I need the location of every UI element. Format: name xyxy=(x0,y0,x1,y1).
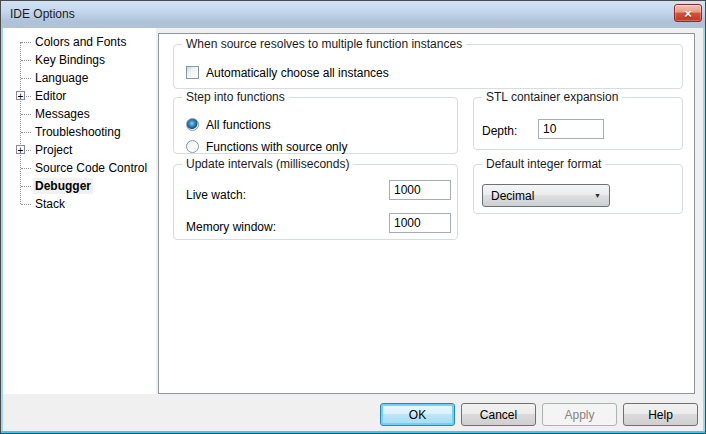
tree-item-project[interactable]: + Project xyxy=(3,141,156,159)
expand-icon[interactable]: + xyxy=(16,145,25,154)
ide-options-dialog: IDE Options × Colors and Fonts Key Bindi… xyxy=(0,0,706,434)
auto-choose-instances-checkbox[interactable] xyxy=(186,66,199,79)
all-functions-radio[interactable] xyxy=(186,118,199,131)
titlebar[interactable]: IDE Options × xyxy=(1,1,705,28)
group-title: When source resolves to multiple functio… xyxy=(182,37,466,52)
tree-item-troubleshooting[interactable]: Troubleshooting xyxy=(3,123,156,141)
debugger-settings-panel: When source resolves to multiple functio… xyxy=(158,33,695,394)
apply-button: Apply xyxy=(542,403,617,426)
help-button[interactable]: Help xyxy=(623,403,698,426)
frame-accent-right xyxy=(703,28,705,433)
dialog-button-row: OK Cancel Apply Help xyxy=(380,403,698,426)
tree-item-editor[interactable]: + Editor xyxy=(3,87,156,105)
group-title: Default integer format xyxy=(482,157,605,172)
combobox-selected-value: Decimal xyxy=(491,189,534,203)
live-watch-input[interactable] xyxy=(389,180,451,200)
tree-item-colors-and-fonts[interactable]: Colors and Fonts xyxy=(3,33,156,51)
close-button[interactable]: × xyxy=(674,4,702,22)
memory-window-label: Memory window: xyxy=(186,220,276,234)
group-title: Step into functions xyxy=(182,90,289,105)
all-functions-label[interactable]: All functions xyxy=(206,118,271,132)
frame-accent-bottom xyxy=(1,431,705,433)
group-multiple-instances: When source resolves to multiple functio… xyxy=(173,44,683,89)
ok-button[interactable]: OK xyxy=(380,403,455,426)
live-watch-label: Live watch: xyxy=(186,188,246,202)
tree-item-key-bindings[interactable]: Key Bindings xyxy=(3,51,156,69)
group-title: STL container expansion xyxy=(482,90,622,105)
depth-input[interactable] xyxy=(538,119,604,139)
functions-with-source-label[interactable]: Functions with source only xyxy=(206,140,347,154)
integer-format-combobox[interactable]: Decimal ▼ xyxy=(482,184,610,207)
tree-item-debugger[interactable]: Debugger xyxy=(3,177,156,195)
tree-item-source-code-control[interactable]: Source Code Control xyxy=(3,159,156,177)
memory-window-input[interactable] xyxy=(389,213,451,233)
group-default-integer-format: Default integer format Decimal ▼ xyxy=(473,164,683,214)
group-step-into-functions: Step into functions All functions Functi… xyxy=(173,97,458,154)
settings-tree: Colors and Fonts Key Bindings Language +… xyxy=(3,28,156,394)
window-title: IDE Options xyxy=(10,7,75,21)
tree-item-language[interactable]: Language xyxy=(3,69,156,87)
cancel-button[interactable]: Cancel xyxy=(461,403,536,426)
tree-item-messages[interactable]: Messages xyxy=(3,105,156,123)
auto-choose-instances-label[interactable]: Automatically choose all instances xyxy=(206,66,389,80)
group-stl-container-expansion: STL container expansion Depth: xyxy=(473,97,683,150)
functions-with-source-radio[interactable] xyxy=(186,140,199,153)
expand-icon[interactable]: + xyxy=(16,91,25,100)
chevron-down-icon: ▼ xyxy=(594,192,601,199)
depth-label: Depth: xyxy=(482,124,517,138)
tree-item-stack[interactable]: Stack xyxy=(3,195,156,213)
group-title: Update intervals (milliseconds) xyxy=(182,157,353,172)
group-update-intervals: Update intervals (milliseconds) Live wat… xyxy=(173,164,458,240)
close-icon: × xyxy=(684,6,692,21)
